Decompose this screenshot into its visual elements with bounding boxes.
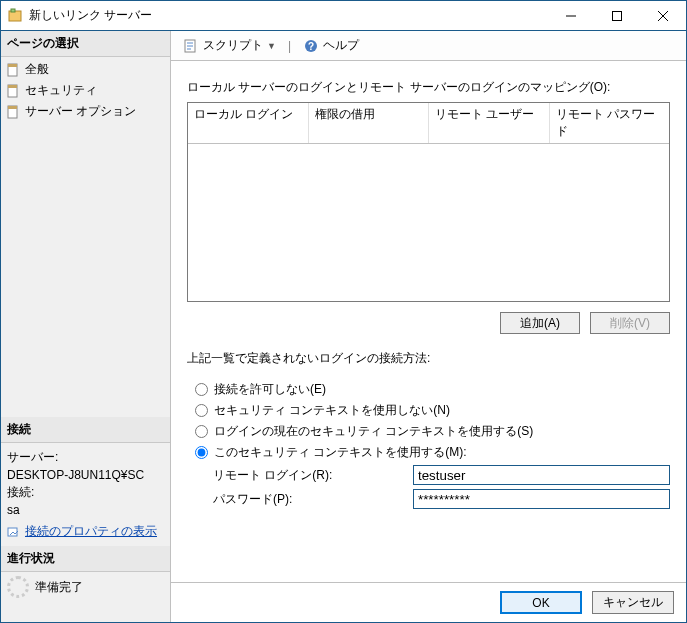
grid-header-row: ローカル ログイン 権限の借用 リモート ユーザー リモート パスワード [188,103,669,144]
password-label: パスワード(P): [213,491,413,508]
delete-button[interactable]: 削除(V) [590,312,670,334]
password-row: パスワード(P): [213,489,670,509]
radio-label: セキュリティ コンテキストを使用しない(N) [214,402,450,419]
grid-header-remote-password: リモート パスワード [550,103,670,143]
sidebar-item-label: 全般 [25,61,49,78]
svg-rect-11 [8,106,17,109]
script-icon [183,38,199,54]
sidebar-item-server-options[interactable]: サーバー オプション [1,101,170,122]
sidebar-item-label: サーバー オプション [25,103,136,120]
sidebar: ページの選択 全般 セキュリティ サーバー オプション 接続 サーバー: [1,31,171,622]
window-controls [548,1,686,30]
grid-header-local-login: ローカル ログイン [188,103,309,143]
server-label: サーバー: [7,449,164,466]
connection-value: sa [7,503,164,517]
ok-button[interactable]: OK [500,591,582,614]
radio-this-security-context[interactable]: このセキュリティ コンテキストを使用する(M): [195,444,670,461]
script-button[interactable]: スクリプト ▼ [179,35,280,56]
password-input[interactable] [413,489,670,509]
close-button[interactable] [640,1,686,30]
grid-header-impersonate: 権限の借用 [309,103,430,143]
dialog-window: 新しいリンク サーバー ページの選択 全般 セキュリ [0,0,687,623]
radio-label: このセキュリティ コンテキストを使用する(M): [214,444,467,461]
sidebar-item-label: セキュリティ [25,82,97,99]
connection-properties-link[interactable]: 接続のプロパティの表示 [25,523,157,540]
script-label: スクリプト [203,37,263,54]
radio-current-security-context-input[interactable] [195,425,208,438]
dropdown-arrow-icon: ▼ [267,41,276,51]
help-button[interactable]: ? ヘルプ [299,35,363,56]
app-icon [7,8,23,24]
progress-status: 準備完了 [35,579,83,596]
mapping-label: ローカル サーバーのログインとリモート サーバーのログインのマッピング(O): [187,79,670,96]
grid-buttons: 追加(A) 削除(V) [187,312,670,334]
toolbar-separator: | [288,39,291,53]
help-label: ヘルプ [323,37,359,54]
connection-info: サーバー: DESKTOP-J8UN11Q¥SC 接続: sa 接続のプロパティ… [1,443,170,546]
page-icon [5,104,21,120]
radio-label: 接続を許可しない(E) [214,381,326,398]
page-icon [5,62,21,78]
svg-text:?: ? [308,41,314,52]
radio-label: ログインの現在のセキュリティ コンテキストを使用する(S) [214,423,533,440]
server-value: DESKTOP-J8UN11Q¥SC [7,468,164,482]
svg-rect-7 [8,64,17,67]
remote-login-input[interactable] [413,465,670,485]
connection-heading: 接続 [1,417,170,443]
sidebar-item-general[interactable]: 全般 [1,59,170,80]
radio-this-security-context-input[interactable] [195,446,208,459]
minimize-button[interactable] [548,1,594,30]
radio-not-allowed[interactable]: 接続を許可しない(E) [195,381,670,398]
sidebar-item-security[interactable]: セキュリティ [1,80,170,101]
remote-login-row: リモート ログイン(R): [213,465,670,485]
link-icon [7,525,21,539]
add-button[interactable]: 追加(A) [500,312,580,334]
svg-rect-9 [8,85,17,88]
titlebar: 新しいリンク サーバー [1,1,686,31]
connection-label: 接続: [7,484,164,501]
main-panel: スクリプト ▼ | ? ヘルプ ローカル サーバーのログインとリモート サーバー… [171,31,686,622]
dialog-footer: OK キャンセル [171,582,686,622]
login-mapping-grid[interactable]: ローカル ログイン 権限の借用 リモート ユーザー リモート パスワード [187,102,670,302]
page-select-heading: ページの選択 [1,31,170,57]
progress-heading: 進行状況 [1,546,170,572]
svg-rect-1 [11,9,15,12]
undefined-login-label: 上記一覧で定義されないログインの接続方法: [187,350,670,367]
dialog-body: ページの選択 全般 セキュリティ サーバー オプション 接続 サーバー: [1,31,686,622]
remote-login-label: リモート ログイン(R): [213,467,413,484]
svg-rect-3 [613,11,622,20]
help-icon: ? [303,38,319,54]
login-method-radio-group: 接続を許可しない(E) セキュリティ コンテキストを使用しない(N) ログインの… [195,377,670,513]
grid-header-remote-user: リモート ユーザー [429,103,550,143]
progress-spinner-icon [7,576,29,598]
radio-no-security-context[interactable]: セキュリティ コンテキストを使用しない(N) [195,402,670,419]
radio-not-allowed-input[interactable] [195,383,208,396]
progress-block: 準備完了 [1,572,170,602]
page-list: 全般 セキュリティ サーバー オプション [1,57,170,124]
page-icon [5,83,21,99]
radio-no-security-context-input[interactable] [195,404,208,417]
maximize-button[interactable] [594,1,640,30]
window-title: 新しいリンク サーバー [29,7,548,24]
content-area: ローカル サーバーのログインとリモート サーバーのログインのマッピング(O): … [171,61,686,582]
cancel-button[interactable]: キャンセル [592,591,674,614]
toolbar: スクリプト ▼ | ? ヘルプ [171,31,686,61]
radio-current-security-context[interactable]: ログインの現在のセキュリティ コンテキストを使用する(S) [195,423,670,440]
